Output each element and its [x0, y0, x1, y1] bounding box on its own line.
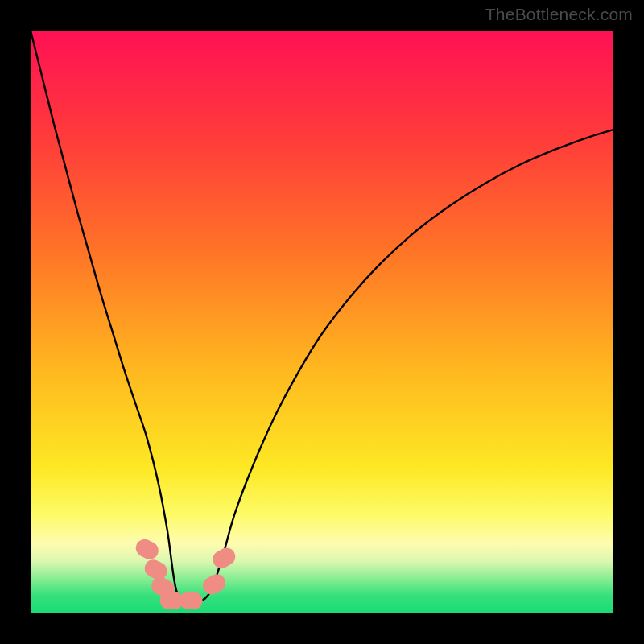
- watermark-text: TheBottleneck.com: [485, 5, 633, 24]
- curve-layer: [31, 31, 613, 613]
- highlight-markers: [133, 536, 238, 609]
- plot-area: [31, 31, 613, 613]
- highlight-marker: [180, 592, 203, 609]
- highlight-marker: [133, 536, 162, 563]
- chart-stage: TheBottleneck.com: [0, 0, 644, 644]
- bottleneck-curve: [31, 31, 613, 603]
- highlight-marker: [209, 545, 238, 572]
- highlight-marker: [200, 571, 229, 597]
